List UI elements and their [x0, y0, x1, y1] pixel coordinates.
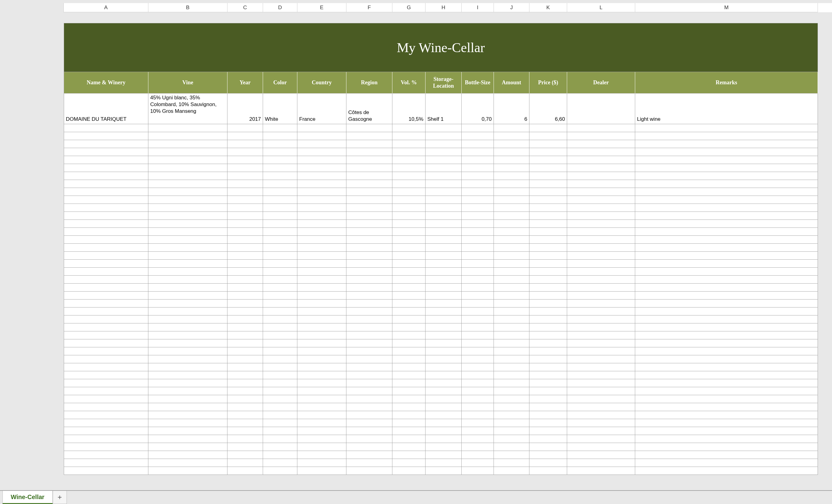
empty-cell[interactable]	[392, 180, 425, 188]
empty-cell[interactable]	[392, 164, 425, 172]
empty-cell[interactable]	[346, 371, 392, 379]
empty-cell[interactable]	[228, 451, 263, 459]
empty-cell[interactable]	[392, 363, 425, 371]
header-year[interactable]: Year	[228, 72, 263, 94]
empty-cell[interactable]	[297, 443, 346, 451]
empty-cell[interactable]	[462, 467, 494, 475]
empty-cell[interactable]	[425, 188, 462, 196]
empty-cell[interactable]	[635, 443, 818, 451]
add-sheet-button[interactable]: +	[53, 491, 67, 504]
empty-cell[interactable]	[425, 427, 462, 435]
empty-cell[interactable]	[494, 363, 529, 371]
empty-cell[interactable]	[567, 395, 635, 403]
empty-cell[interactable]	[228, 244, 263, 252]
empty-cell[interactable]	[462, 196, 494, 204]
empty-cell[interactable]	[567, 387, 635, 395]
empty-cell[interactable]	[529, 180, 567, 188]
empty-cell[interactable]	[148, 379, 228, 387]
empty-cell[interactable]	[462, 331, 494, 339]
empty-cell[interactable]	[346, 419, 392, 427]
empty-cell[interactable]	[494, 236, 529, 244]
empty-cell[interactable]	[494, 275, 529, 284]
header-price[interactable]: Price ($)	[529, 72, 567, 94]
empty-cell[interactable]	[148, 148, 228, 156]
empty-cell[interactable]	[148, 275, 228, 284]
empty-cell[interactable]	[635, 212, 818, 220]
empty-cell[interactable]	[297, 212, 346, 220]
empty-cell[interactable]	[529, 228, 567, 236]
empty-cell[interactable]	[494, 252, 529, 260]
empty-cell[interactable]	[392, 395, 425, 403]
empty-cell[interactable]	[64, 443, 148, 451]
empty-cell[interactable]	[228, 363, 263, 371]
empty-cell[interactable]	[635, 164, 818, 172]
empty-cell[interactable]	[263, 196, 297, 204]
empty-cell[interactable]	[462, 260, 494, 268]
empty-cell[interactable]	[494, 204, 529, 212]
empty-cell[interactable]	[392, 124, 425, 132]
empty-cell[interactable]	[425, 395, 462, 403]
empty-cell[interactable]	[494, 315, 529, 323]
empty-cell[interactable]	[529, 188, 567, 196]
empty-cell[interactable]	[64, 451, 148, 459]
empty-cell[interactable]	[148, 244, 228, 252]
empty-cell[interactable]	[297, 228, 346, 236]
empty-cell[interactable]	[529, 355, 567, 363]
empty-cell[interactable]	[425, 411, 462, 419]
empty-cell[interactable]	[494, 172, 529, 180]
empty-cell[interactable]	[228, 403, 263, 411]
empty-cell[interactable]	[392, 443, 425, 451]
empty-cell[interactable]	[263, 292, 297, 299]
empty-cell[interactable]	[567, 236, 635, 244]
empty-cell[interactable]	[64, 308, 148, 315]
empty-cell[interactable]	[346, 411, 392, 419]
empty-cell[interactable]	[263, 156, 297, 164]
empty-cell[interactable]	[392, 467, 425, 475]
empty-cell[interactable]	[635, 467, 818, 475]
empty-cell[interactable]	[392, 252, 425, 260]
header-remarks[interactable]: Remarks	[635, 72, 818, 94]
empty-cell[interactable]	[635, 459, 818, 467]
empty-cell[interactable]	[462, 244, 494, 252]
col-header-C[interactable]: C	[228, 3, 263, 12]
empty-cell[interactable]	[529, 268, 567, 275]
empty-cell[interactable]	[635, 228, 818, 236]
empty-cell[interactable]	[462, 188, 494, 196]
empty-cell[interactable]	[635, 411, 818, 419]
empty-cell[interactable]	[494, 268, 529, 275]
empty-cell[interactable]	[263, 323, 297, 331]
empty-cell[interactable]	[567, 172, 635, 180]
empty-cell[interactable]	[228, 308, 263, 315]
empty-cell[interactable]	[462, 435, 494, 443]
empty-cell[interactable]	[529, 196, 567, 204]
empty-cell[interactable]	[462, 363, 494, 371]
empty-cell[interactable]	[462, 228, 494, 236]
empty-cell[interactable]	[392, 355, 425, 363]
empty-cell[interactable]	[297, 419, 346, 427]
empty-cell[interactable]	[346, 339, 392, 347]
empty-cell[interactable]	[228, 315, 263, 323]
empty-cell[interactable]	[567, 132, 635, 140]
empty-cell[interactable]	[64, 156, 148, 164]
col-header-A[interactable]: A	[64, 3, 148, 12]
empty-cell[interactable]	[392, 236, 425, 244]
empty-cell[interactable]	[263, 435, 297, 443]
empty-cell[interactable]	[148, 308, 228, 315]
empty-cell[interactable]	[346, 403, 392, 411]
col-header-D[interactable]: D	[263, 3, 297, 12]
empty-cell[interactable]	[263, 347, 297, 355]
empty-cell[interactable]	[392, 204, 425, 212]
empty-cell[interactable]	[64, 148, 148, 156]
empty-cell[interactable]	[529, 427, 567, 435]
empty-cell[interactable]	[425, 172, 462, 180]
empty-cell[interactable]	[346, 132, 392, 140]
empty-cell[interactable]	[425, 228, 462, 236]
empty-cell[interactable]	[64, 220, 148, 228]
empty-cell[interactable]	[148, 196, 228, 204]
empty-cell[interactable]	[148, 220, 228, 228]
empty-cell[interactable]	[567, 443, 635, 451]
empty-cell[interactable]	[635, 172, 818, 180]
empty-cell[interactable]	[567, 164, 635, 172]
empty-cell[interactable]	[494, 196, 529, 204]
empty-cell[interactable]	[297, 427, 346, 435]
